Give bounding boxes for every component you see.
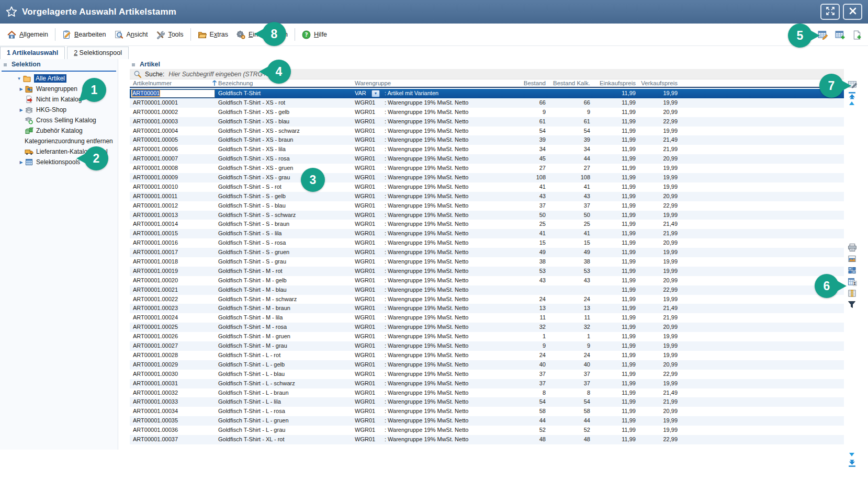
column-color-button[interactable] bbox=[848, 289, 858, 298]
help-icon: ? bbox=[302, 30, 311, 39]
table-row[interactable]: ART00001.00013Goldfisch T-Shirt - S - sc… bbox=[130, 211, 844, 220]
table-row[interactable]: ART00001.00008Goldfisch T-Shirt - XS - g… bbox=[130, 164, 844, 173]
warengruppe-desc-cell: : Warengruppe 19% MwSt. Netto bbox=[385, 117, 510, 127]
tab-1[interactable]: 1 Artikelauswahl bbox=[0, 47, 65, 59]
bestand-kalk-cell: 58 bbox=[538, 407, 590, 416]
scroll-down-button[interactable] bbox=[848, 451, 858, 460]
warengruppe-cell: WGR01 bbox=[355, 164, 381, 173]
artikelnummer-cell: ART00001.00021 bbox=[133, 285, 216, 295]
bezeichnung-cell: Goldfisch T-Shirt - M - gelb bbox=[218, 276, 352, 285]
table-row[interactable]: ART00001.00014Goldfisch T-Shirt - S - br… bbox=[130, 220, 844, 229]
toolbar-right bbox=[818, 24, 863, 46]
table-row[interactable]: ART00001.00029Goldfisch T-Shirt - L - ge… bbox=[130, 360, 844, 370]
bestand-kalk-cell: 38 bbox=[538, 257, 590, 267]
filter-button[interactable] bbox=[848, 301, 858, 310]
expander-down-icon[interactable]: ▼ bbox=[16, 76, 22, 81]
table-row[interactable]: ART00001.00007Goldfisch T-Shirt - XS - r… bbox=[130, 154, 844, 164]
bestand-kalk-cell: 24 bbox=[538, 351, 590, 360]
menu-item-tools[interactable]: Tools bbox=[152, 28, 187, 41]
column-header-bezeichnung[interactable]: Bezeichnung bbox=[218, 79, 253, 87]
bezeichnung-cell: Goldfisch T-Shirt - XS - schwarz bbox=[218, 127, 352, 136]
menu-item-ansicht[interactable]: Ansicht bbox=[110, 28, 152, 41]
table-row[interactable]: ART00001.00022Goldfisch T-Shirt - M - sc… bbox=[130, 295, 844, 304]
table-row[interactable]: ART00001.00023Goldfisch T-Shirt - M - br… bbox=[130, 304, 844, 313]
artikelnummer-cell: ART00001.00015 bbox=[133, 229, 216, 238]
table-row[interactable]: ART00001.00037Goldfisch T-Shirt - XL - r… bbox=[130, 435, 844, 444]
tree-item-hkg-shop[interactable]: ▶HKG-Shop bbox=[0, 105, 118, 115]
table-row[interactable]: ART00001.00028Goldfisch T-Shirt - L - ro… bbox=[130, 351, 844, 360]
table-row[interactable]: ART00001.00021Goldfisch T-Shirt - M - bl… bbox=[130, 285, 844, 295]
column-header-bestand-kalk[interactable]: Bestand Kalk. bbox=[538, 79, 590, 87]
expander-right-icon[interactable]: ▶ bbox=[18, 108, 25, 112]
verkaufspreis-cell: 19,99 bbox=[625, 379, 678, 388]
table-row[interactable]: ART00001.00024Goldfisch T-Shirt - M - li… bbox=[130, 313, 844, 323]
table-row[interactable]: ART00001.00011Goldfisch T-Shirt - S - ge… bbox=[130, 192, 844, 201]
search-input[interactable]: Suche: Hier Suchbegriff eingeben (STRG+S… bbox=[130, 69, 844, 79]
expander-right-icon[interactable]: ▶ bbox=[18, 160, 25, 165]
tiles-button[interactable] bbox=[848, 266, 858, 275]
table-row[interactable]: ART00001.00006Goldfisch T-Shirt - XS - l… bbox=[130, 145, 844, 154]
table-row[interactable]: ART00001.00018Goldfisch T-Shirt - S - gr… bbox=[130, 257, 844, 267]
scroll-bottom-button[interactable] bbox=[848, 460, 858, 468]
column-header-warengruppe[interactable]: Warengruppe bbox=[355, 79, 391, 87]
table-row[interactable]: ART00001.00012Goldfisch T-Shirt - S - bl… bbox=[130, 201, 844, 211]
table-row[interactable]: ART00001.00015Goldfisch T-Shirt - S - li… bbox=[130, 229, 844, 238]
artikelnummer-edit-field[interactable]: ART00001 bbox=[131, 89, 215, 98]
table-row[interactable]: ART00001.00025Goldfisch T-Shirt - M - ro… bbox=[130, 323, 844, 332]
table-row[interactable]: ART00001.00003Goldfisch T-Shirt - XS - b… bbox=[130, 117, 844, 127]
tree-item-zubeh-r-katalog[interactable]: Zubehör Katalog bbox=[0, 125, 118, 136]
variant-dropdown-button[interactable]: ▼ bbox=[371, 90, 380, 97]
table-row[interactable]: ART00001.00019Goldfisch T-Shirt - M - ro… bbox=[130, 267, 844, 276]
table-add-button[interactable] bbox=[835, 30, 846, 40]
table-row[interactable]: ART00001.00002Goldfisch T-Shirt - XS - g… bbox=[130, 108, 844, 117]
table-row[interactable]: ART00001.00010Goldfisch T-Shirt - S - ro… bbox=[130, 182, 844, 192]
favorite-star-icon[interactable] bbox=[4, 5, 19, 19]
table-row[interactable]: ART00001.00017Goldfisch T-Shirt - S - gr… bbox=[130, 248, 844, 257]
table-row[interactable]: ART00001.00032Goldfisch T-Shirt - L - br… bbox=[130, 388, 844, 398]
table-row-selected[interactable]: ART00001Goldfisch T-ShirtVAR▼: Artikel m… bbox=[130, 89, 844, 98]
table-row[interactable]: ART00001.00016Goldfisch T-Shirt - S - ro… bbox=[130, 238, 844, 248]
scroll-up-button[interactable] bbox=[848, 100, 858, 109]
tree-item-label: Cross Selling Katalog bbox=[36, 117, 96, 124]
title-bar: Vorgelagerte Auswahl Artikelstamm bbox=[0, 0, 868, 24]
maximize-button[interactable] bbox=[820, 4, 840, 20]
table-row[interactable]: ART00001.00027Goldfisch T-Shirt - M - gr… bbox=[130, 341, 844, 351]
verkaufspreis-cell: 19,99 bbox=[625, 267, 678, 276]
chart-button[interactable] bbox=[848, 255, 858, 264]
scroll-top-button[interactable] bbox=[848, 91, 858, 100]
column-header-verkaufspreis[interactable]: Verkaufspreis bbox=[625, 79, 678, 87]
bestand-kalk-cell: 25 bbox=[538, 220, 590, 229]
table-row[interactable]: ART00001.00036Goldfisch T-Shirt - L - gr… bbox=[130, 426, 844, 435]
page-add-button[interactable] bbox=[852, 30, 863, 40]
table-row[interactable]: ART00001.00035Goldfisch T-Shirt - L - gr… bbox=[130, 416, 844, 426]
table-row[interactable]: ART00001.00030Goldfisch T-Shirt - L - bl… bbox=[130, 370, 844, 379]
verkaufspreis-cell: 19,99 bbox=[625, 426, 678, 435]
panel-collapse-icon[interactable] bbox=[132, 63, 135, 66]
table-row[interactable]: ART00001.00004Goldfisch T-Shirt - XS - s… bbox=[130, 127, 844, 136]
table-row[interactable]: ART00001.00033Goldfisch T-Shirt - L - li… bbox=[130, 397, 844, 407]
menu-item-extras[interactable]: Extras bbox=[194, 28, 232, 41]
close-button[interactable] bbox=[843, 4, 862, 20]
print-icon bbox=[848, 243, 857, 252]
table-row[interactable]: ART00001.00031Goldfisch T-Shirt - L - sc… bbox=[130, 379, 844, 388]
menu-item-allgemein[interactable]: Allgemein bbox=[3, 28, 52, 41]
column-header-artikelnummer[interactable]: Artikelnummer bbox=[133, 79, 216, 87]
table-row[interactable]: ART00001.00034Goldfisch T-Shirt - L - ro… bbox=[130, 407, 844, 416]
table-row[interactable]: ART00001.00009Goldfisch T-Shirt - XS - g… bbox=[130, 173, 844, 182]
menu-item-bearbeiten[interactable]: Bearbeiten bbox=[58, 28, 110, 41]
tree-item-kategorienzuordnung-entfernen[interactable]: Kategorienzuordnung entfernen bbox=[0, 136, 118, 146]
expander-right-icon[interactable]: ▶ bbox=[18, 87, 25, 91]
warengruppe-cell: WGR01 bbox=[355, 248, 381, 257]
table-row[interactable]: ART00001.00020Goldfisch T-Shirt - M - ge… bbox=[130, 276, 844, 285]
verkaufspreis-cell: 19,99 bbox=[625, 351, 678, 360]
print-button[interactable] bbox=[848, 243, 858, 252]
table-row[interactable]: ART00001.00026Goldfisch T-Shirt - M - gr… bbox=[130, 332, 844, 341]
tree-item-cross-selling-katalog[interactable]: Cross Selling Katalog bbox=[0, 115, 118, 125]
table-row[interactable]: ART00001.00005Goldfisch T-Shirt - XS - b… bbox=[130, 135, 844, 145]
sum-button[interactable]: Σ bbox=[848, 278, 858, 287]
menu-item-hilfe[interactable]: ?Hilfe bbox=[298, 28, 331, 41]
table-row[interactable]: ART00001.00001Goldfisch T-Shirt - XS - r… bbox=[130, 98, 844, 108]
panel-collapse-icon[interactable] bbox=[4, 63, 7, 66]
tab-2[interactable]: 2 Selektionspool bbox=[67, 47, 129, 59]
warengruppe-cell: WGR01 bbox=[355, 135, 381, 145]
